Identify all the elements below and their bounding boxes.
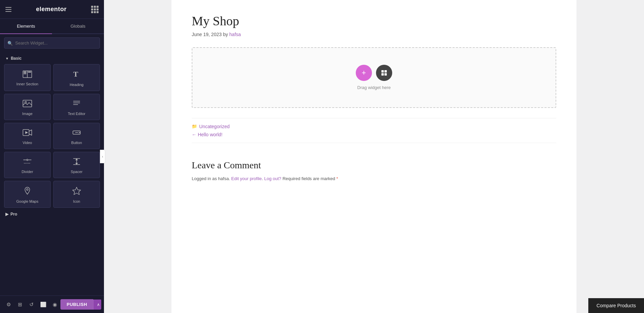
panel-tabs: Elements Globals xyxy=(0,19,104,34)
post-categories: 📁 Uncategorized xyxy=(192,124,556,129)
widget-image[interactable]: Image xyxy=(4,94,51,120)
google-maps-icon xyxy=(23,187,32,197)
add-widget-button[interactable]: + xyxy=(356,65,372,81)
widget-icon[interactable]: Icon xyxy=(53,181,100,208)
widget-divider-label: Divider xyxy=(22,170,33,174)
section-basic-header[interactable]: ▼ Basic xyxy=(4,52,100,64)
widget-inner-section[interactable]: Inner Section xyxy=(4,64,51,91)
publish-chevron-button[interactable]: ∧ xyxy=(93,300,101,310)
prev-post-link[interactable]: ← Hello world! xyxy=(192,132,222,137)
collapse-panel-handle[interactable]: ‹ xyxy=(100,150,105,163)
left-panel: elementor Elements Globals 🔍 ▼ Basic xyxy=(0,0,104,313)
layers-button[interactable]: ⊞ xyxy=(14,298,26,311)
folder-icon: 📁 xyxy=(192,124,197,129)
category-link[interactable]: Uncategorized xyxy=(199,124,230,129)
post-meta: June 19, 2023 by hafsa xyxy=(192,32,556,37)
post-nav: ← Hello world! xyxy=(192,132,556,137)
text-editor-icon xyxy=(72,99,81,109)
settings-button[interactable]: ⚙ xyxy=(3,298,14,311)
widget-text-editor[interactable]: Text Editor xyxy=(53,94,100,120)
svg-rect-27 xyxy=(381,70,384,73)
widget-icon-label: Icon xyxy=(73,199,80,203)
responsive-button[interactable]: ⬜ xyxy=(37,298,49,311)
svg-rect-29 xyxy=(381,73,384,76)
svg-rect-4 xyxy=(24,74,26,75)
widget-spacer[interactable]: Spacer xyxy=(53,152,100,178)
image-icon xyxy=(23,99,32,109)
history-button[interactable]: ↺ xyxy=(26,298,37,311)
icon-widget-icon xyxy=(72,187,81,197)
post-footer: 📁 Uncategorized ← Hello world! xyxy=(192,118,556,143)
svg-point-19 xyxy=(27,159,28,161)
compare-products-button[interactable]: Compare Products xyxy=(588,298,644,313)
video-icon xyxy=(23,129,32,138)
widget-button[interactable]: Button xyxy=(53,123,100,149)
svg-marker-26 xyxy=(73,187,81,195)
section-pro-header[interactable]: ▶ Pro xyxy=(4,208,100,220)
widget-inner-section-label: Inner Section xyxy=(17,82,38,86)
widget-video[interactable]: Video xyxy=(4,123,51,149)
svg-marker-13 xyxy=(25,131,28,134)
section-basic-label: Basic xyxy=(11,56,22,61)
post-author-link[interactable]: hafsa xyxy=(229,32,241,37)
widget-google-maps-label: Google Maps xyxy=(16,199,38,203)
svg-rect-5 xyxy=(28,72,31,73)
button-icon xyxy=(72,129,81,138)
required-fields-text: Required fields are marked * xyxy=(283,176,338,181)
widget-video-label: Video xyxy=(23,141,32,145)
widget-heading-label: Heading xyxy=(70,83,84,87)
search-input[interactable] xyxy=(4,37,100,49)
search-icon: 🔍 xyxy=(7,40,13,46)
svg-rect-2 xyxy=(24,72,26,73)
tab-globals[interactable]: Globals xyxy=(52,19,104,33)
edit-profile-link[interactable]: Edit your profile xyxy=(231,176,262,181)
drop-zone[interactable]: + Drag widget here xyxy=(192,47,556,108)
spacer-icon xyxy=(72,158,81,167)
widget-heading[interactable]: T Heading xyxy=(53,64,100,91)
widgets-area: ▼ Basic Inner Section xyxy=(0,52,104,295)
required-asterisk: * xyxy=(337,176,338,181)
widget-google-maps[interactable]: Google Maps xyxy=(4,181,51,208)
publish-btn-group: PUBLISH ∧ xyxy=(60,299,101,310)
chevron-down-icon: ▼ xyxy=(5,57,9,60)
comments-title: Leave a Comment xyxy=(192,160,556,171)
svg-point-25 xyxy=(27,189,28,191)
bottom-toolbar: ⚙ ⊞ ↺ ⬜ ◉ PUBLISH ∧ xyxy=(0,295,104,313)
heading-icon: T xyxy=(72,70,81,80)
svg-text:T: T xyxy=(73,70,78,78)
hamburger-icon[interactable] xyxy=(5,7,11,12)
inner-section-icon xyxy=(23,70,32,79)
logout-link[interactable]: Log out? xyxy=(264,176,281,181)
logged-in-text: Logged in as hafsa. xyxy=(192,176,230,181)
main-canvas: My Shop June 19, 2023 by hafsa + Drag wi… xyxy=(104,0,644,313)
add-template-button[interactable] xyxy=(376,65,392,81)
divider-icon xyxy=(23,158,32,167)
drop-zone-buttons: + xyxy=(356,65,392,81)
svg-rect-3 xyxy=(24,73,26,74)
svg-rect-7 xyxy=(23,100,32,107)
section-pro-label: Pro xyxy=(10,212,17,217)
publish-button[interactable]: PUBLISH xyxy=(60,299,93,310)
post-date-by: June 19, 2023 by xyxy=(192,32,228,37)
post-title: My Shop xyxy=(192,13,556,29)
svg-point-8 xyxy=(25,102,27,103)
svg-rect-30 xyxy=(384,73,387,76)
comments-section: Leave a Comment Logged in as hafsa. Edit… xyxy=(192,153,556,181)
canvas-content: My Shop June 19, 2023 by hafsa + Drag wi… xyxy=(171,0,576,313)
apps-icon[interactable] xyxy=(91,6,99,13)
comments-meta: Logged in as hafsa. Edit your profile. L… xyxy=(192,176,556,181)
chevron-right-icon: ▶ xyxy=(5,212,8,217)
svg-rect-28 xyxy=(384,70,387,73)
widgets-grid-basic: Inner Section T Heading xyxy=(4,64,100,208)
widget-spacer-label: Spacer xyxy=(71,170,83,174)
widget-image-label: Image xyxy=(22,112,33,116)
search-bar: 🔍 xyxy=(0,34,104,52)
widget-divider[interactable]: Divider xyxy=(4,152,51,178)
tab-elements[interactable]: Elements xyxy=(0,19,52,33)
preview-button[interactable]: ◉ xyxy=(49,298,60,311)
drag-hint: Drag widget here xyxy=(357,85,391,90)
widget-text-editor-label: Text Editor xyxy=(68,112,85,116)
svg-line-17 xyxy=(79,133,80,133)
widget-button-label: Button xyxy=(71,141,82,145)
elementor-logo: elementor xyxy=(36,6,67,13)
